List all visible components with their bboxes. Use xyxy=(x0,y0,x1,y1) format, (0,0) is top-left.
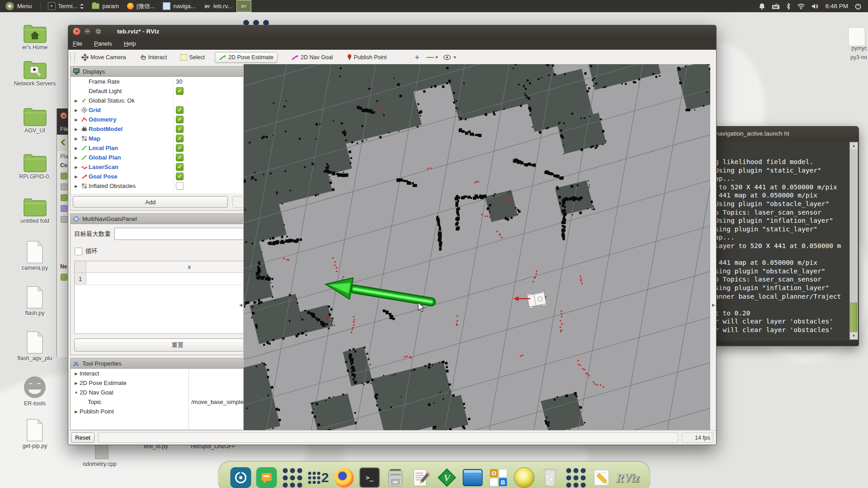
scroll-down-icon[interactable]: ▼ xyxy=(850,333,858,339)
file-manager-window-partial[interactable]: x File Pla Co Ne xyxy=(57,108,69,357)
dock-workspace-switcher-icon[interactable]: 2 xyxy=(307,466,330,488)
menu-button[interactable]: Menu xyxy=(0,0,38,12)
enabled-checkbox[interactable]: ✓ xyxy=(176,173,184,180)
expander-icon[interactable]: ▶ xyxy=(73,117,80,122)
desktop-icon-untitled-fold[interactable]: untitled fold xyxy=(10,197,60,224)
terminal-window[interactable]: navigation_active.launch ht g likelihood… xyxy=(713,126,859,346)
enabled-checkbox[interactable]: ✓ xyxy=(176,87,184,95)
reset-button[interactable]: Reset xyxy=(71,432,94,443)
dock-trash-icon[interactable] xyxy=(539,466,561,488)
enabled-checkbox[interactable]: ✓ xyxy=(176,163,184,171)
minimize-icon[interactable]: — xyxy=(84,28,91,35)
chevron-down-icon[interactable]: ▼ xyxy=(434,55,439,60)
tool-2d-nav-goal[interactable]: 2D Nav Goal xyxy=(288,52,337,62)
terminal-output[interactable]: g likelihood field model.Using plugin "s… xyxy=(713,141,859,341)
dock-terminal-icon[interactable]: >_ xyxy=(359,466,381,488)
scroll-up-icon[interactable]: ▲ xyxy=(850,142,858,149)
enabled-checkbox[interactable] xyxy=(176,182,184,190)
scrollbar-thumb[interactable] xyxy=(850,303,857,332)
sidebar-item-computer[interactable]: Co xyxy=(57,160,69,169)
enabled-checkbox[interactable]: ✓ xyxy=(176,106,184,114)
close-icon[interactable]: x xyxy=(61,113,67,119)
enabled-checkbox[interactable]: ✓ xyxy=(176,116,184,123)
desktop-icon-label-odometry[interactable]: odometry.cpp xyxy=(83,461,117,467)
tool-interact[interactable]: Interact xyxy=(136,52,171,63)
enabled-checkbox[interactable]: ✓ xyxy=(176,154,184,161)
expander-icon[interactable]: ▶ xyxy=(73,409,80,414)
dock-rviz-icon[interactable]: RViz xyxy=(616,466,639,488)
menu-panels[interactable]: Panels xyxy=(94,40,112,47)
dock-vim-icon[interactable]: V xyxy=(436,466,458,488)
drive-icon[interactable] xyxy=(61,183,67,190)
desktop-icon-get-pip-py[interactable]: get-pip.py xyxy=(10,418,60,449)
taskbar-window-Termi...[interactable]: >Termi... xyxy=(44,0,88,12)
expander-icon[interactable]: ▶ xyxy=(73,155,80,160)
desktop-icon-er-tools[interactable]: ER-tools xyxy=(10,375,60,407)
add-display-button[interactable]: Add xyxy=(73,196,228,208)
add-tool-icon[interactable]: + xyxy=(415,53,420,62)
device-icon[interactable] xyxy=(61,216,67,223)
expander-icon[interactable]: ▶ xyxy=(73,371,80,376)
dock-mattermost-icon[interactable] xyxy=(230,466,252,488)
expander-icon[interactable]: ▶ xyxy=(73,174,80,179)
desktop-icon-er-s-home[interactable]: er's Home xyxy=(10,23,60,51)
terminal-titlebar[interactable]: navigation_active.launch ht xyxy=(713,126,859,141)
collapse-left-panel-icon[interactable]: ◀ xyxy=(239,303,242,307)
network-icon[interactable] xyxy=(61,274,67,281)
collapse-right-panel-icon[interactable]: ▶ xyxy=(712,303,715,307)
expander-icon[interactable]: ▶ xyxy=(73,146,80,150)
toolbar-drag-handle[interactable] xyxy=(70,52,75,62)
desktop-icon-camera-py[interactable]: camera.py xyxy=(10,240,60,271)
close-icon[interactable]: ✕ xyxy=(73,28,80,35)
expander-icon[interactable]: ▼ xyxy=(73,390,80,395)
wifi-icon[interactable] xyxy=(797,3,805,9)
rviz-3d-viewport[interactable] xyxy=(244,64,710,431)
loop-checkbox[interactable] xyxy=(75,248,82,255)
enabled-checkbox[interactable]: ✓ xyxy=(176,144,184,152)
visibility-eye-icon[interactable] xyxy=(443,55,451,60)
folder-icon[interactable] xyxy=(61,173,67,179)
session-menu-icon[interactable] xyxy=(854,3,862,10)
remove-tool-icon[interactable]: — xyxy=(426,53,434,61)
desktop-icon-agv-ui[interactable]: AGV_UI xyxy=(10,107,60,134)
expander-icon[interactable]: ▶ xyxy=(73,165,80,169)
desktop-icon-flash-py[interactable]: flash.py xyxy=(10,286,60,316)
taskbar-window-naviga...[interactable]: naviga... xyxy=(159,0,199,12)
enabled-checkbox[interactable]: ✓ xyxy=(176,125,184,133)
back-icon[interactable] xyxy=(60,139,66,146)
expander-icon[interactable]: ▶ xyxy=(73,99,80,103)
expander-icon[interactable]: ▶ xyxy=(73,381,80,385)
dock-file-archiver-icon[interactable] xyxy=(384,466,407,488)
chevron-down-icon[interactable]: ▼ xyxy=(453,55,457,60)
desktop-icon-rpi-gpio-0-[interactable]: RPi.GPIO-0. xyxy=(10,153,60,180)
dock-app-grid-2-icon[interactable] xyxy=(565,466,587,488)
dock-messages-icon[interactable] xyxy=(255,466,278,488)
desktop-icon-network-servers[interactable]: Network Servers xyxy=(10,60,60,87)
folder-icon[interactable] xyxy=(61,194,67,201)
dock-remote-viewer-icon[interactable] xyxy=(462,466,484,488)
dock-text-editor-icon[interactable] xyxy=(410,466,433,488)
taskbar-window-param[interactable]: param xyxy=(88,0,123,12)
notifications-bell-icon[interactable] xyxy=(759,3,765,10)
menu-file[interactable]: File xyxy=(73,40,82,47)
desktop-icon-pymycobot[interactable] xyxy=(848,27,865,46)
taskbar-window-[微信...[interactable]: [微信... xyxy=(123,0,159,12)
desktop-icon-odometry[interactable] xyxy=(95,444,108,459)
menu-help[interactable]: Help xyxy=(124,40,136,47)
dock-notes-icon[interactable] xyxy=(590,466,613,488)
rviz-window[interactable]: ✕ — ▢ teb.rviz* - RViz FilePanelsHelp Mo… xyxy=(68,25,717,445)
tool-select[interactable]: Select xyxy=(177,52,208,62)
expander-icon[interactable]: ▶ xyxy=(73,108,80,113)
dock-ob-launcher-icon[interactable]: OB xyxy=(487,466,510,488)
expander-icon[interactable]: ▶ xyxy=(73,136,80,141)
media-icon[interactable] xyxy=(61,205,67,212)
tool-move-camera[interactable]: Move Camera xyxy=(78,52,130,63)
taskbar-window-rviz-active[interactable]: RV xyxy=(236,0,251,12)
dock-firefox-icon[interactable] xyxy=(333,466,355,488)
expander-icon[interactable]: ▶ xyxy=(73,127,80,131)
file-manager-menu-file[interactable]: File xyxy=(57,124,69,135)
clock[interactable]: 6:46 PM xyxy=(826,3,848,9)
maximize-icon[interactable]: ▢ xyxy=(94,28,102,35)
rviz-titlebar[interactable]: ✕ — ▢ teb.rviz* - RViz xyxy=(68,25,716,38)
expander-icon[interactable]: ▶ xyxy=(73,184,80,188)
